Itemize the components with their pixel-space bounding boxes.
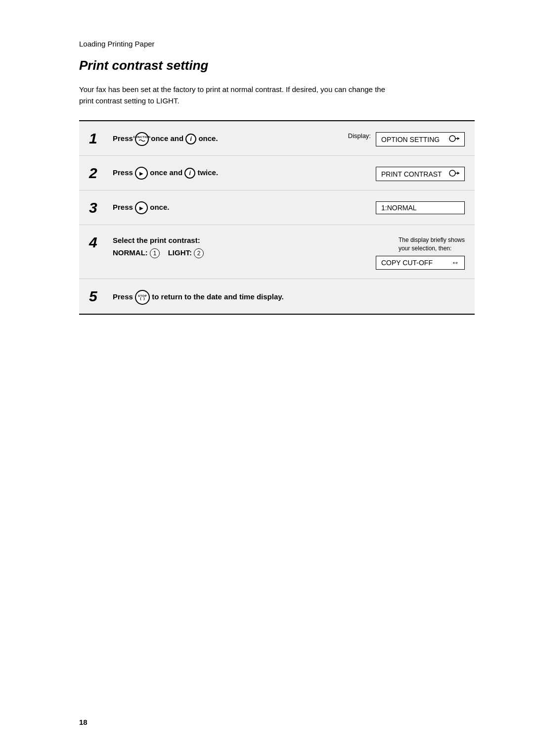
step-1-number: 1 [89,130,109,146]
step-5-press-label: Press [113,292,135,301]
step-2-display-box: PRINT CONTRAST [376,167,465,181]
navigate-button-3-icon [135,201,148,214]
step-2-twice-suffix: twice. [197,168,218,177]
step-3-display-text: 1:NORMAL [381,204,417,212]
step-1-content: Press FUNCTION once and i once. [113,130,336,146]
step-3-press-label: Press [113,203,135,211]
section-header: Loading Printing Paper [79,40,475,48]
step-4-number: 4 [89,234,109,250]
step-3-once-suffix: once. [150,203,169,211]
step-1-row: 1 Press FUNCTION once and i once. Displa… [79,121,475,156]
info-button-1-icon: i [185,134,196,144]
step-4-display-box: COPY CUT-OFF ↔ [376,256,465,270]
step-2-display: PRINT CONTRAST [336,165,465,181]
step-1-once-suffix: once. [198,134,218,142]
stop-button-svg [140,297,145,300]
page-number: 18 [79,718,88,726]
step-1-display-label: Display: [348,132,371,140]
step-1-display-arrow [448,135,459,144]
instruction-table: 1 Press FUNCTION once and i once. Displa… [79,120,475,315]
svg-marker-2 [457,137,459,140]
step-5-content: Press STOP to return to the date and tim… [113,288,336,305]
normal-key-icon: 1 [150,248,160,258]
step-3-display: 1:NORMAL [336,199,465,214]
step-4-display-desc: The display briefly showsyour selection,… [399,236,465,253]
step-5-return-text: to return to the date and time display. [152,292,283,301]
light-key-icon: 2 [194,248,204,258]
step-2-display-text: PRINT CONTRAST [381,170,442,178]
page-title: Print contrast setting [79,58,475,73]
step-2-content: Press once and i twice. [113,165,336,180]
step-1-display-row: Display: OPTION SETTING [348,132,465,146]
step-3-display-box: 1:NORMAL [376,201,465,214]
info-button-2-icon: i [184,168,195,179]
step-1-once-and: once and [151,134,185,142]
step-5-row: 5 Press STOP to return to the date and t… [79,279,475,314]
step-2-row: 2 Press once and i twice. PRINT CONTRAST [79,156,475,190]
step-4-display: The display briefly showsyour selection,… [336,234,465,270]
step-1-press-label: Press [113,134,135,142]
step-4-display-arrow: ↔ [451,258,459,267]
print-contrast-arrow-icon [448,169,459,177]
function-button-svg [138,139,145,142]
step-4-content: Select the print contrast: NORMAL: 1 LIG… [113,234,336,258]
step-1-display: Display: OPTION SETTING [336,130,465,146]
step-5-number: 5 [89,288,109,304]
option-setting-arrow-icon [448,135,459,142]
function-button-icon: FUNCTION [135,132,149,146]
step-2-display-arrow [448,169,459,179]
navigate-button-2-icon [135,167,148,180]
step-1-display-text: OPTION SETTING [381,136,440,143]
step-2-press-label: Press [113,168,135,177]
step-3-number: 3 [89,199,109,216]
step-2-number: 2 [89,165,109,181]
svg-point-6 [140,297,144,300]
step-3-row: 3 Press once. 1:NORMAL [79,190,475,225]
step-2-once-and: once and [150,168,184,177]
svg-marker-5 [457,172,459,175]
svg-point-3 [449,170,455,176]
step-4-display-text: COPY CUT-OFF [381,259,433,267]
step-4-main-text: Select the print contrast: [113,236,336,244]
page: Loading Printing Paper Print contrast se… [0,0,534,756]
step-4-row: 4 Select the print contrast: NORMAL: 1 L… [79,225,475,279]
step-5-display [336,288,465,290]
svg-point-0 [449,136,455,142]
intro-text: Your fax has been set at the factory to … [79,84,396,106]
step-4-subtext: NORMAL: 1 LIGHT: 2 [113,248,336,258]
step-1-display-box: OPTION SETTING [376,132,465,146]
stop-button-icon: STOP [135,290,150,305]
step-3-content: Press once. [113,199,336,214]
